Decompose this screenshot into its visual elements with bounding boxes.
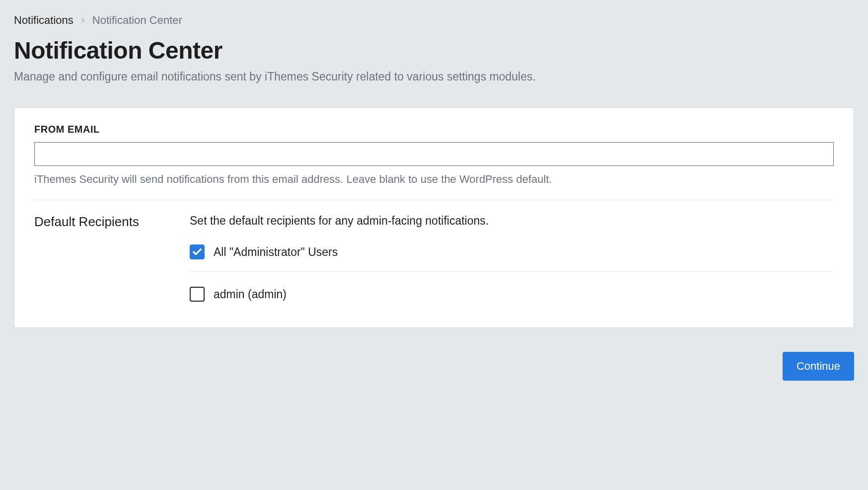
page-title: Notification Center <box>14 37 854 64</box>
recipient-option-admin: admin (admin) <box>190 284 834 314</box>
checkbox-all-admins[interactable] <box>190 245 205 259</box>
checkbox-label-all-admins[interactable]: All "Administrator" Users <box>214 245 338 259</box>
check-icon <box>192 246 203 257</box>
default-recipients-heading: Default Recipients <box>34 214 166 314</box>
default-recipients-description: Set the default recipients for any admin… <box>190 214 834 228</box>
breadcrumb-current: Notification Center <box>92 14 182 27</box>
chevron-right-icon <box>79 17 86 24</box>
continue-button[interactable]: Continue <box>783 352 854 381</box>
footer-actions: Continue <box>14 352 854 381</box>
recipient-option-all-admins: All "Administrator" Users <box>190 242 834 272</box>
default-recipients-section: Default Recipients Set the default recip… <box>34 200 834 314</box>
from-email-help: iThemes Security will send notifications… <box>34 173 834 186</box>
from-email-label: FROM EMAIL <box>34 124 834 135</box>
settings-card: FROM EMAIL iThemes Security will send no… <box>14 107 854 328</box>
from-email-input[interactable] <box>34 142 834 166</box>
page-subtitle: Manage and configure email notifications… <box>14 70 854 83</box>
checkbox-label-admin[interactable]: admin (admin) <box>214 288 287 301</box>
breadcrumb-parent[interactable]: Notifications <box>14 14 73 27</box>
checkbox-admin[interactable] <box>190 287 205 302</box>
breadcrumb: Notifications Notification Center <box>14 14 854 27</box>
